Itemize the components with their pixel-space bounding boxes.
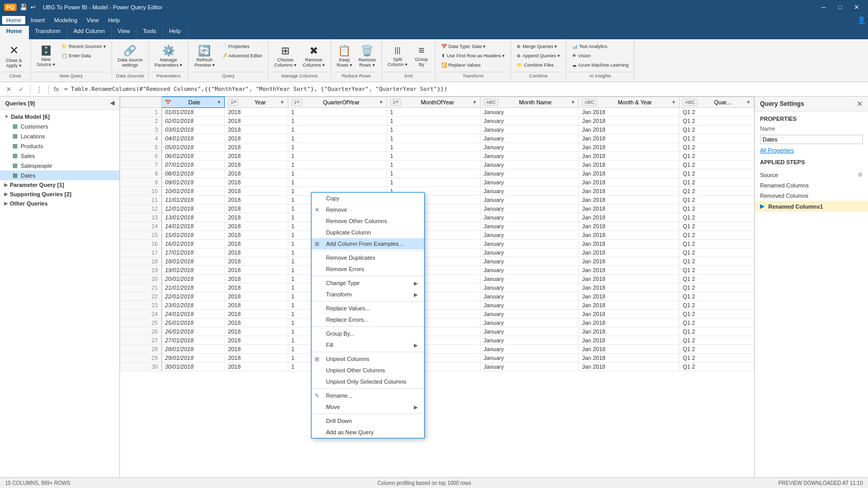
col-header-date[interactable]: 📅 Date ▼ <box>162 97 225 108</box>
account-icon[interactable]: 👤 <box>857 16 866 24</box>
table-row[interactable]: 101/01/2018201811JanuaryJan 2018Q1 2 <box>120 108 754 117</box>
table-row[interactable]: 1212/01/2018201811JanuaryJan 2018Q1 2 <box>120 204 754 213</box>
step-renamed-columns[interactable]: Renamed Columns <box>755 180 868 191</box>
date-col-dropdown[interactable]: ▼ <box>216 100 221 105</box>
ctx-copy[interactable]: Copy <box>312 193 424 204</box>
table-row[interactable]: 1616/01/2018201811JanuaryJan 2018Q1 2 <box>120 240 754 248</box>
table-row[interactable]: 1313/01/2018201811JanuaryJan 2018Q1 2 <box>120 213 754 222</box>
table-row[interactable]: 707/01/2018201811JanuaryJan 2018Q1 2 <box>120 161 754 169</box>
table-row[interactable]: 2929/01/2018201811JanuaryJan 2018Q1 2 <box>120 354 754 363</box>
group-by-button[interactable]: ≡ GroupBy <box>411 42 432 69</box>
ribbon-tab-home[interactable]: Home <box>0 26 29 39</box>
merge-queries-button[interactable]: ⊕ Merge Queries ▾ <box>514 42 563 51</box>
table-row[interactable]: 808/01/2018201811JanuaryJan 2018Q1 2 <box>120 169 754 178</box>
q-col-dropdown[interactable]: ▼ <box>746 100 751 105</box>
formula-cancel-button[interactable]: ✕ <box>3 84 14 95</box>
table-row[interactable]: 2323/01/2018201811JanuaryJan 2018Q1 2 <box>120 301 754 310</box>
table-row[interactable]: 2727/01/2018201811JanuaryJan 2018Q1 2 <box>120 336 754 345</box>
use-first-row-button[interactable]: ⬆ Use First Row as Headers ▾ <box>439 52 508 60</box>
col-header-monthofyear[interactable]: 1²³ MonthOfYear ▼ <box>387 97 481 108</box>
manage-parameters-button[interactable]: ⚙️ ManageParameters ▾ <box>152 42 185 69</box>
ctx-replace-errors[interactable]: Replace Errors... <box>312 314 424 325</box>
ctx-remove-duplicates[interactable]: Remove Duplicates <box>312 252 424 263</box>
append-queries-button[interactable]: ⊕ Append Queries ▾ <box>514 52 563 60</box>
ribbon-tab-view[interactable]: View <box>112 26 137 39</box>
close-button[interactable]: ✕ <box>849 2 864 12</box>
query-group-supporting[interactable]: ▶ Supporting Queries [2] <box>0 190 119 199</box>
new-source-button[interactable]: 🗄️ NewSource ▾ <box>34 42 58 69</box>
table-row[interactable]: 1717/01/2018201811JanuaryJan 2018Q1 2 <box>120 248 754 257</box>
remove-columns-button[interactable]: ✖ RemoveColumns ▾ <box>300 42 328 69</box>
ribbon-tab-tools[interactable]: Tools <box>136 26 163 39</box>
ctx-move[interactable]: Move ▶ <box>312 401 424 413</box>
table-row[interactable]: 606/01/2018201811JanuaryJan 2018Q1 2 <box>120 152 754 161</box>
ctx-transform[interactable]: Transform ▶ <box>312 289 424 300</box>
table-row[interactable]: 2121/01/2018201811JanuaryJan 2018Q1 2 <box>120 284 754 292</box>
query-group-other[interactable]: ▶ Other Queries <box>0 199 119 208</box>
ctx-rename[interactable]: ✎ Rename... <box>312 390 424 401</box>
ribbon-tab-add-column[interactable]: Add Column <box>67 26 112 39</box>
col-header-monthandyear[interactable]: ABC Month & Year ▼ <box>579 97 679 108</box>
query-group-data-model[interactable]: ▼ Data Model [6] <box>0 112 119 121</box>
ctx-unpivot-cols[interactable]: ⊞ Unpivot Columns <box>312 353 424 365</box>
quick-access-undo[interactable]: ↩ <box>30 4 36 11</box>
refresh-preview-button[interactable]: 🔄 RefreshPreview ▾ <box>192 42 218 69</box>
maximize-button[interactable]: □ <box>833 2 847 12</box>
keep-rows-button[interactable]: 📋 KeepRows ▾ <box>334 42 355 69</box>
ctx-group-by[interactable]: Group By... <box>312 328 424 339</box>
table-row[interactable]: 2626/01/2018201811JanuaryJan 2018Q1 2 <box>120 327 754 336</box>
recent-sources-button[interactable]: 📁 Recent Sources ▾ <box>59 42 109 51</box>
ctx-remove[interactable]: ✕ Remove <box>312 204 424 215</box>
query-item-sales[interactable]: ▦ Sales <box>0 151 119 161</box>
step-source-gear[interactable]: ⚙ <box>858 171 863 178</box>
table-row[interactable]: 2424/01/2018201811JanuaryJan 2018Q1 2 <box>120 310 754 319</box>
step-renamed-columns1[interactable]: ▶ Renamed Columns1 <box>755 201 868 212</box>
close-apply-button[interactable]: ✕ Close &Apply ▾ <box>3 42 25 70</box>
ribbon-tab-transform[interactable]: Transform <box>29 26 68 39</box>
moy-col-dropdown[interactable]: ▼ <box>472 100 477 105</box>
split-column-button[interactable]: ⫼ SplitColumn ▾ <box>385 42 410 69</box>
table-row[interactable]: 2020/01/2018201811JanuaryJan 2018Q1 2 <box>120 275 754 284</box>
mn-col-dropdown[interactable]: ▼ <box>571 100 576 105</box>
col-header-quarter[interactable]: ABC Quar... ▼ <box>679 97 754 108</box>
table-row[interactable]: 1414/01/2018201811JanuaryJan 2018Q1 2 <box>120 222 754 231</box>
col-header-year[interactable]: 1²³ Year ▼ <box>225 97 288 108</box>
query-item-locations[interactable]: ▦ Locations <box>0 131 119 141</box>
query-name-input[interactable] <box>760 135 863 144</box>
table-row[interactable]: 505/01/2018201811JanuaryJan 2018Q1 2 <box>120 143 754 152</box>
ctx-remove-other-cols[interactable]: Remove Other Columns <box>312 215 424 227</box>
azure-ml-button[interactable]: ☁ Azure Machine Learning <box>569 61 631 69</box>
data-type-button[interactable]: 📅 Data Type: Date ▾ <box>439 42 508 51</box>
table-row[interactable]: 404/01/2018201811JanuaryJan 2018Q1 2 <box>120 134 754 143</box>
table-row[interactable]: 1515/01/2018201811JanuaryJan 2018Q1 2 <box>120 231 754 240</box>
choose-columns-button[interactable]: ⊞ ChooseColumns ▾ <box>272 42 299 69</box>
ribbon-tab-help[interactable]: Help <box>163 26 188 39</box>
advanced-editor-button[interactable]: 📝 Advanced Editor <box>219 52 265 60</box>
table-row[interactable]: 1010/01/2018201811JanuaryJan 2018Q1 2 <box>120 187 754 196</box>
enter-data-button[interactable]: 📋 Enter Data <box>59 52 109 60</box>
ctx-unpivot-other[interactable]: Unpivot Other Columns <box>312 365 424 376</box>
ctx-drill-down[interactable]: Drill Down <box>312 415 424 427</box>
formula-expand-button[interactable]: ⋮ <box>34 84 45 95</box>
ctx-fill[interactable]: Fill ▶ <box>312 339 424 351</box>
table-row[interactable]: 303/01/2018201811JanuaryJan 2018Q1 2 <box>120 125 754 134</box>
query-item-products[interactable]: ▦ Products <box>0 141 119 151</box>
remove-rows-button[interactable]: 🗑️ RemoveRows ▾ <box>356 42 379 69</box>
table-row[interactable]: 2222/01/2018201811JanuaryJan 2018Q1 2 <box>120 292 754 301</box>
query-item-customers[interactable]: ▦ Customers <box>0 121 119 131</box>
menu-home[interactable]: Home <box>2 16 25 24</box>
formula-accept-button[interactable]: ✓ <box>16 84 27 95</box>
ctx-replace-values[interactable]: Replace Values... <box>312 303 424 314</box>
col-header-monthname[interactable]: ABC Month Name ▼ <box>481 97 579 108</box>
formula-input[interactable] <box>64 86 865 92</box>
ctx-add-col-from-examples[interactable]: ⊞ Add Column From Examples... <box>312 238 424 249</box>
table-row[interactable]: 909/01/2018201811JanuaryJan 2018Q1 2 <box>120 178 754 187</box>
step-source[interactable]: Source ⚙ <box>755 169 868 180</box>
data-source-settings-button[interactable]: 🔗 Data sourcesettings <box>115 42 146 69</box>
queries-panel-collapse[interactable]: ◀ <box>110 100 114 106</box>
all-properties-link[interactable]: All Properties <box>760 147 794 153</box>
data-grid-container[interactable]: 📅 Date ▼ 1²³ Year ▼ <box>120 97 754 477</box>
table-row[interactable]: 2828/01/2018201811JanuaryJan 2018Q1 2 <box>120 345 754 354</box>
year-col-dropdown[interactable]: ▼ <box>280 100 285 105</box>
query-item-salespeople[interactable]: ▦ Salespeople <box>0 161 119 170</box>
